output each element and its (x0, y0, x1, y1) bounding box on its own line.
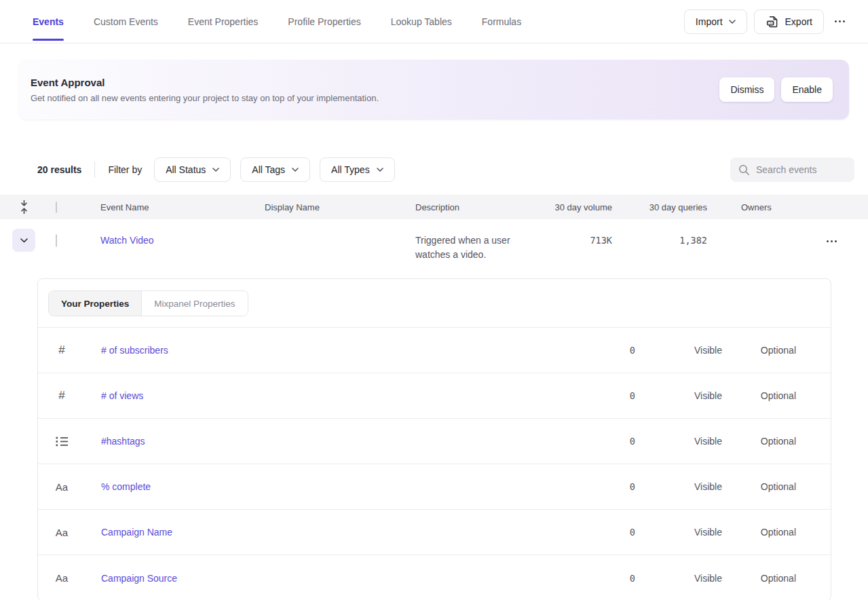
tab-your-properties[interactable]: Your Properties (49, 291, 142, 316)
property-volume: 0 (630, 481, 635, 492)
property-volume: 0 (630, 345, 635, 356)
nav-actions: Import csv Export (684, 10, 849, 34)
header-description: Description (415, 202, 544, 212)
divider (94, 162, 95, 178)
property-name-link[interactable]: % complete (101, 481, 151, 492)
property-visibility: Visible (694, 436, 722, 447)
property-visibility: Visible (694, 573, 722, 584)
dismiss-button[interactable]: Dismiss (719, 77, 774, 102)
property-name-link[interactable]: Campaign Source (101, 573, 177, 584)
results-count: 20 results (37, 164, 81, 175)
banner-description: Get notified on all new events entering … (31, 93, 719, 103)
property-visibility: Visible (694, 390, 722, 401)
chevron-down-icon (212, 168, 219, 172)
top-navigation: Events Custom Events Event Properties Pr… (0, 0, 868, 43)
chevron-down-icon (292, 168, 299, 172)
row-overflow-menu-icon[interactable] (823, 235, 841, 248)
tab-custom-events[interactable]: Custom Events (94, 0, 158, 43)
event-properties-panel: Your Properties Mixpanel Properties # # … (37, 278, 831, 600)
property-row: Aa % complete 0 Visible Optional (38, 464, 831, 510)
export-button[interactable]: csv Export (754, 10, 824, 34)
property-volume: 0 (630, 390, 635, 401)
tab-events[interactable]: Events (33, 0, 64, 43)
list-type-icon (56, 436, 69, 447)
property-volume: 0 (630, 436, 635, 447)
banner-text: Event Approval Get notified on all new e… (31, 77, 719, 103)
number-type-icon: # (58, 389, 64, 402)
status-filter-label: All Status (166, 164, 206, 175)
event-approval-banner: Event Approval Get notified on all new e… (19, 60, 849, 119)
export-button-label: Export (785, 16, 812, 27)
collapse-row-button[interactable] (12, 229, 35, 252)
property-requirement: Optional (761, 436, 796, 447)
property-row: #hashtags 0 Visible Optional (38, 419, 831, 464)
search-events-box[interactable] (730, 157, 854, 182)
header-30-day-volume: 30 day volume (544, 202, 612, 212)
properties-tab-group: Your Properties Mixpanel Properties (48, 290, 248, 316)
header-event-name: Event Name (88, 202, 265, 212)
banner-title: Event Approval (31, 77, 719, 88)
property-requirement: Optional (761, 481, 796, 492)
property-requirement: Optional (761, 390, 796, 401)
chevron-down-icon (729, 20, 736, 24)
csv-file-icon: csv (766, 15, 779, 29)
text-type-icon: Aa (56, 481, 68, 493)
header-owners: Owners (707, 202, 823, 212)
property-visibility: Visible (694, 527, 722, 538)
collapse-all-icon[interactable] (20, 200, 29, 214)
property-volume: 0 (630, 527, 635, 538)
events-table-header: Event Name Display Name Description 30 d… (0, 195, 868, 219)
event-volume: 713K (590, 235, 612, 246)
header-30-day-queries: 30 day queries (612, 202, 707, 212)
text-type-icon: Aa (56, 572, 68, 584)
property-name-link[interactable]: Campaign Name (101, 527, 172, 538)
tags-filter-label: All Tags (252, 164, 285, 175)
tags-filter-dropdown[interactable]: All Tags (240, 157, 310, 182)
import-button[interactable]: Import (684, 10, 747, 34)
property-name-link[interactable]: #hashtags (101, 436, 145, 447)
row-checkbox[interactable] (56, 234, 57, 247)
property-name-link[interactable]: # of views (101, 390, 143, 401)
enable-button[interactable]: Enable (781, 77, 833, 102)
tab-formulas[interactable]: Formulas (482, 0, 521, 43)
chevron-down-icon (20, 238, 28, 243)
import-button-label: Import (696, 16, 723, 27)
property-row: # # of views 0 Visible Optional (38, 373, 831, 419)
text-type-icon: Aa (56, 527, 68, 538)
filter-bar: 20 results Filter by All Status All Tags… (0, 157, 868, 182)
event-name-link[interactable]: Watch Video (100, 229, 154, 252)
event-description: Triggered when a user watches a video. (415, 233, 527, 262)
types-filter-label: All Types (331, 164, 370, 175)
property-requirement: Optional (761, 573, 796, 584)
select-all-checkbox[interactable] (56, 202, 57, 213)
property-visibility: Visible (694, 481, 722, 492)
svg-text:csv: csv (768, 21, 774, 24)
property-row: # # of subscribers 0 Visible Optional (38, 328, 831, 373)
event-queries: 1,382 (679, 235, 707, 246)
property-row: Aa Campaign Name 0 Visible Optional (38, 510, 831, 555)
property-name-link[interactable]: # of subscribers (101, 345, 168, 356)
types-filter-dropdown[interactable]: All Types (320, 157, 395, 182)
overflow-menu-icon[interactable] (831, 15, 849, 28)
status-filter-dropdown[interactable]: All Status (154, 157, 231, 182)
property-row: Aa Campaign Source 0 Visible Optional (38, 555, 831, 600)
tab-lookup-tables[interactable]: Lookup Tables (391, 0, 452, 43)
property-volume: 0 (630, 573, 635, 584)
search-events-input[interactable] (756, 164, 846, 175)
property-requirement: Optional (761, 527, 796, 538)
chevron-down-icon (377, 168, 383, 172)
tab-mixpanel-properties[interactable]: Mixpanel Properties (142, 291, 247, 316)
nav-tab-list: Events Custom Events Event Properties Pr… (33, 0, 684, 43)
tab-event-properties[interactable]: Event Properties (188, 0, 259, 43)
properties-tabs-bar: Your Properties Mixpanel Properties (38, 279, 831, 328)
header-display-name: Display Name (265, 202, 415, 212)
filter-by-label: Filter by (108, 164, 142, 175)
property-visibility: Visible (694, 345, 722, 356)
property-requirement: Optional (761, 345, 796, 356)
banner-actions: Dismiss Enable (719, 77, 833, 102)
number-type-icon: # (58, 343, 64, 357)
event-row-watch-video: Watch Video Triggered when a user watche… (0, 219, 868, 278)
search-icon (738, 164, 750, 176)
tab-profile-properties[interactable]: Profile Properties (288, 0, 360, 43)
